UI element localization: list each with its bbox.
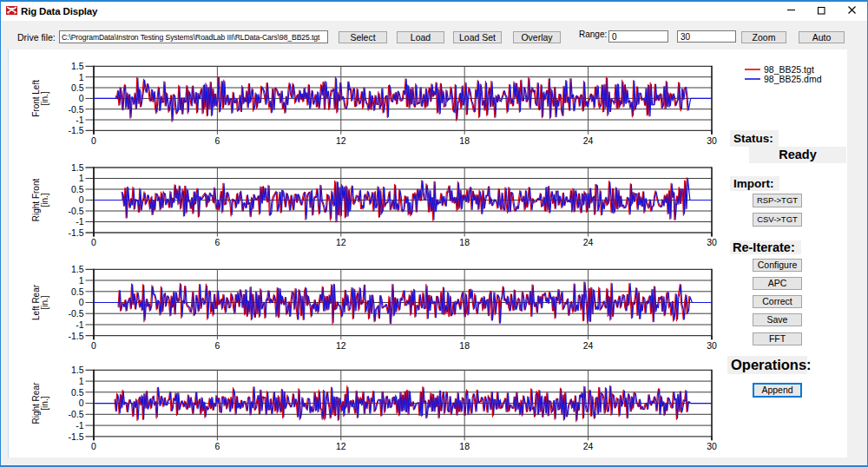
svg-text:-1: -1 [76,115,83,125]
svg-text:0: 0 [79,398,84,408]
svg-text:Left Rear[in.]: Left Rear[in.] [31,284,49,320]
svg-text:-1: -1 [76,319,83,330]
svg-text:30: 30 [707,237,717,247]
svg-text:18: 18 [459,135,470,146]
svg-text:-1: -1 [76,420,83,431]
svg-text:0: 0 [91,441,96,451]
svg-text:1: 1 [79,173,84,183]
svg-text:24: 24 [583,135,594,146]
svg-text:24: 24 [583,237,594,247]
svg-text:6: 6 [214,237,220,247]
svg-text:1: 1 [79,376,84,386]
svg-text:1.5: 1.5 [71,61,84,71]
svg-text:0.5: 0.5 [71,82,84,93]
svg-text:18: 18 [459,237,470,247]
svg-text:1.5: 1.5 [71,162,84,173]
svg-text:0: 0 [91,135,96,146]
svg-text:6: 6 [214,340,220,351]
svg-text:1.5: 1.5 [71,365,84,375]
svg-text:6: 6 [214,441,220,451]
svg-text:-1.5: -1.5 [68,227,83,238]
svg-text:0.5: 0.5 [71,387,84,398]
svg-text:12: 12 [336,135,346,146]
svg-text:Front Left[in.]: Front Left[in.] [31,80,49,117]
svg-text:-1.5: -1.5 [68,125,83,135]
svg-text:0: 0 [79,194,84,205]
svg-text:-1: -1 [76,216,83,227]
svg-text:0: 0 [79,297,84,307]
svg-text:12: 12 [336,441,346,451]
svg-text:12: 12 [336,237,346,247]
svg-text:0: 0 [79,93,84,103]
svg-text:1: 1 [79,275,84,286]
svg-text:24: 24 [583,441,594,451]
svg-text:1.5: 1.5 [71,264,84,274]
svg-text:-0.5: -0.5 [68,104,83,115]
svg-text:30: 30 [707,441,717,451]
svg-text:-1.5: -1.5 [68,431,83,442]
svg-text:-0.5: -0.5 [68,308,83,319]
svg-text:6: 6 [214,135,220,146]
svg-text:1: 1 [79,72,84,82]
svg-text:30: 30 [707,135,717,146]
svg-text:-0.5: -0.5 [68,409,83,419]
svg-text:12: 12 [336,340,346,351]
svg-text:Right Rear[in.]: Right Rear[in.] [31,382,49,424]
svg-text:0: 0 [91,340,96,351]
svg-text:30: 30 [707,340,717,351]
svg-text:0.5: 0.5 [71,286,84,297]
svg-text:0: 0 [91,237,96,247]
svg-text:-0.5: -0.5 [68,206,83,216]
svg-text:-1.5: -1.5 [68,331,83,341]
svg-text:18: 18 [459,441,470,451]
svg-text:24: 24 [583,340,594,351]
svg-text:98_BB25.dmd: 98_BB25.dmd [764,74,822,84]
svg-text:Right Front[in.]: Right Front[in.] [31,179,49,222]
svg-text:0.5: 0.5 [71,184,84,194]
svg-text:18: 18 [459,340,470,351]
